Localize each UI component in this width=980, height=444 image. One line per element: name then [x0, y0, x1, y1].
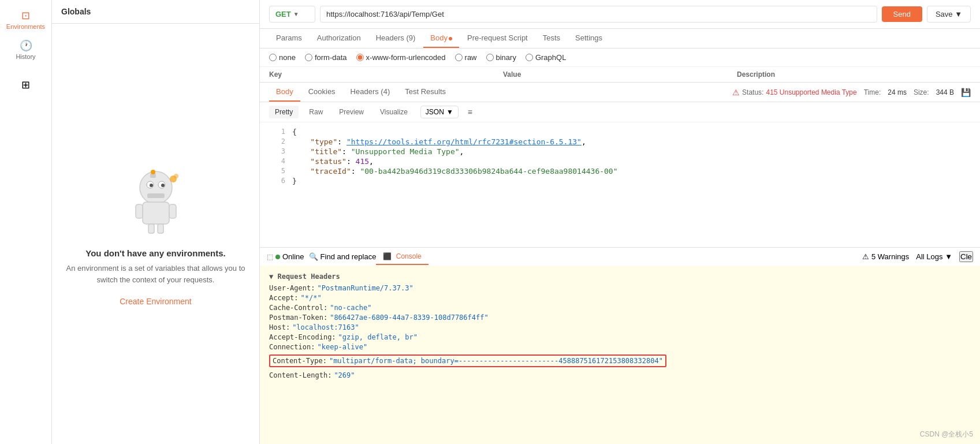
radio-urlencoded[interactable]: x-www-form-urlencoded: [356, 53, 446, 62]
format-select[interactable]: JSON ▼: [420, 106, 459, 118]
url-input[interactable]: [320, 6, 877, 23]
panel-title: Globals: [52, 0, 259, 24]
logs-chevron-icon: ▼: [945, 252, 952, 261]
body-dot: [449, 37, 452, 40]
tab-headers[interactable]: Headers (9): [369, 29, 423, 48]
logs-dropdown[interactable]: All Logs ▼: [916, 252, 952, 261]
json-line-6: 6 }: [260, 176, 980, 186]
status-badge: ⚠ Status: 415 Unsupported Media Type: [732, 88, 857, 97]
warnings-badge: ⚠ 5 Warnings: [862, 252, 909, 261]
history-icon: 🕐: [20, 39, 32, 52]
empty-desc: An environment is a set of variables tha…: [64, 263, 248, 285]
tab-tests[interactable]: Tests: [536, 29, 567, 48]
resp-tab-test-results[interactable]: Test Results: [398, 83, 453, 102]
empty-environments: You don't have any environments. An envi…: [52, 24, 259, 444]
svg-rect-4: [148, 224, 154, 233]
console-row-useragent: User-Agent: "PostmanRuntime/7.37.3": [269, 284, 971, 292]
method-select[interactable]: GET ▼: [269, 6, 315, 23]
console-row-cache-control: Cache-Control: "no-cache": [269, 304, 971, 312]
tab-settings[interactable]: Settings: [568, 29, 609, 48]
svg-point-14: [174, 174, 178, 178]
svg-point-12: [151, 170, 155, 174]
watermark: CSDN @全栈小5: [920, 430, 973, 439]
create-environment-link[interactable]: Create Environment: [120, 297, 192, 306]
console-row-postman-token: Postman-Token: "866427ae-6809-44a7-8339-…: [269, 314, 971, 322]
svg-rect-1: [143, 202, 169, 224]
console-row-accept-encoding: Accept-Encoding: "gzip, deflate, br": [269, 333, 971, 341]
body-type-row: none form-data x-www-form-urlencoded raw…: [260, 48, 980, 67]
online-dot-icon: [275, 255, 280, 259]
send-button[interactable]: Send: [882, 6, 922, 22]
tab-params[interactable]: Params: [269, 29, 309, 48]
environments-icon: ⊡: [21, 9, 30, 22]
json-line-2: 2 "type": "https://tools.ietf.org/html/r…: [260, 137, 980, 147]
find-replace-btn[interactable]: 🔍 Find and replace: [309, 252, 377, 261]
empty-title: You don't have any environments.: [85, 248, 226, 258]
json-line-3: 3 "title": "Unsupported Media Type",: [260, 147, 980, 156]
fmt-pretty[interactable]: Pretty: [269, 106, 299, 118]
response-tabs: Body Cookies Headers (4) Test Results ⚠ …: [260, 83, 980, 102]
wrap-lines-icon[interactable]: ≡: [468, 107, 472, 117]
console-icon: ⬛: [383, 252, 392, 260]
response-section: Body Cookies Headers (4) Test Results ⚠ …: [260, 83, 980, 247]
svg-point-8: [150, 184, 153, 187]
tab-authorization[interactable]: Authorization: [310, 29, 368, 48]
console-row-connection: Connection: "keep-alive": [269, 343, 971, 351]
sidebar-item-collections[interactable]: ⊞: [0, 74, 51, 97]
request-tabs: Params Authorization Headers (9) Body Pr…: [260, 29, 980, 48]
json-code-area: 1 { 2 "type": "https://tools.ietf.org/ht…: [260, 122, 980, 247]
search-icon: 🔍: [309, 252, 318, 261]
fmt-raw[interactable]: Raw: [303, 106, 329, 118]
tab-pre-request-script[interactable]: Pre-request Script: [460, 29, 535, 48]
console-area: ▼ Request Headers User-Agent: "PostmanRu…: [260, 266, 980, 444]
tab-console[interactable]: ⬛ Console: [376, 249, 428, 265]
status-error-icon: ⚠: [732, 88, 740, 97]
clear-button[interactable]: Cle: [959, 251, 973, 262]
svg-point-9: [161, 184, 165, 187]
warning-icon: ⚠: [862, 252, 869, 261]
response-time: 24 ms: [888, 88, 907, 96]
svg-rect-10: [147, 193, 165, 198]
radio-form-data[interactable]: form-data: [305, 53, 347, 62]
format-chevron-icon: ▼: [446, 108, 453, 116]
sidebar-item-history[interactable]: 🕐 History: [0, 35, 51, 65]
fmt-preview[interactable]: Preview: [333, 106, 370, 118]
format-bar: Pretty Raw Preview Visualize JSON ▼ ≡: [260, 102, 980, 122]
console-row-host: Host: "localhost:7163": [269, 323, 971, 331]
method-chevron-icon: ▼: [293, 11, 299, 17]
response-size: 344 B: [936, 88, 954, 96]
console-row-content-type: Content-Type: "multipart/form-data; boun…: [269, 355, 666, 367]
url-bar: GET ▼ Send Save ▼: [260, 0, 980, 29]
table-header: Key Value Description: [260, 67, 980, 83]
svg-rect-5: [158, 224, 163, 233]
svg-rect-3: [169, 204, 176, 218]
resp-tab-headers[interactable]: Headers (4): [344, 83, 397, 102]
type-link[interactable]: "https://tools.ietf.org/html/rfc7231#sec…: [346, 137, 582, 146]
svg-rect-2: [136, 204, 143, 218]
json-line-4: 4 "status": 415,: [260, 156, 980, 166]
collections-icon: ⊞: [21, 79, 30, 91]
resp-tab-cookies[interactable]: Cookies: [301, 83, 342, 102]
online-status: Online: [275, 252, 304, 261]
save-button[interactable]: Save ▼: [927, 6, 971, 23]
console-row-content-length: Content-Length: "269": [269, 371, 971, 379]
right-panel: GET ▼ Send Save ▼ Params Authorization H…: [260, 0, 980, 444]
radio-none[interactable]: none: [269, 53, 296, 62]
response-status: ⚠ Status: 415 Unsupported Media Type Tim…: [732, 88, 971, 97]
radio-binary[interactable]: binary: [486, 53, 516, 62]
sidebar-item-environments[interactable]: ⊡ Environments: [0, 5, 51, 35]
fmt-visualize[interactable]: Visualize: [374, 106, 413, 118]
json-line-5: 5 "traceId": "00-ba442ba946d319c8d33306b…: [260, 166, 980, 176]
console-section-title: ▼ Request Headers: [269, 273, 971, 281]
radio-raw[interactable]: raw: [455, 53, 477, 62]
tab-body[interactable]: Body: [423, 29, 459, 48]
radio-graphql[interactable]: GraphQL: [526, 53, 566, 62]
bottom-tabs: ⬚ Online 🔍 Find and replace ⬛ Console ⚠ …: [260, 247, 980, 266]
left-panel: Globals You don't have any enviro: [52, 0, 260, 444]
save-response-icon[interactable]: 💾: [961, 88, 971, 97]
layout-toggle-icon[interactable]: ⬚: [267, 253, 273, 261]
status-code: 415 Unsupported Media Type: [766, 88, 856, 96]
json-line-1: 1 {: [260, 127, 980, 137]
resp-tab-body[interactable]: Body: [269, 83, 300, 102]
console-row-accept: Accept: "*/*": [269, 294, 971, 302]
